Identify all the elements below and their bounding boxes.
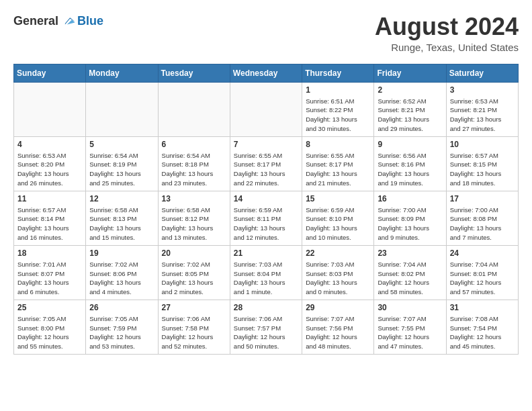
day-cell: 13Sunrise: 6:58 AM Sunset: 8:12 PM Dayli… xyxy=(158,191,230,245)
day-info: Sunrise: 7:04 AM Sunset: 8:01 PM Dayligh… xyxy=(450,260,515,297)
day-info: Sunrise: 7:06 AM Sunset: 7:57 PM Dayligh… xyxy=(234,314,298,351)
day-cell: 11Sunrise: 6:57 AM Sunset: 8:14 PM Dayli… xyxy=(14,191,86,245)
day-number: 17 xyxy=(450,194,515,203)
day-number: 9 xyxy=(378,140,442,149)
day-number: 29 xyxy=(306,303,370,312)
day-number: 8 xyxy=(306,140,370,149)
day-cell: 15Sunrise: 6:59 AM Sunset: 8:10 PM Dayli… xyxy=(302,191,374,245)
day-number: 25 xyxy=(17,303,82,312)
day-info: Sunrise: 7:02 AM Sunset: 8:06 PM Dayligh… xyxy=(89,260,154,297)
day-cell: 18Sunrise: 7:01 AM Sunset: 8:07 PM Dayli… xyxy=(14,245,86,300)
header-monday: Monday xyxy=(86,64,158,82)
day-cell: 23Sunrise: 7:04 AM Sunset: 8:02 PM Dayli… xyxy=(374,245,446,300)
day-number: 18 xyxy=(17,248,82,258)
month-title: August 2024 xyxy=(375,13,519,40)
day-cell: 27Sunrise: 7:06 AM Sunset: 7:58 PM Dayli… xyxy=(158,300,230,354)
day-cell: 19Sunrise: 7:02 AM Sunset: 8:06 PM Dayli… xyxy=(86,245,158,300)
day-number: 24 xyxy=(450,248,515,258)
day-info: Sunrise: 7:01 AM Sunset: 8:07 PM Dayligh… xyxy=(17,260,82,297)
day-cell: 28Sunrise: 7:06 AM Sunset: 7:57 PM Dayli… xyxy=(230,300,302,354)
day-info: Sunrise: 7:04 AM Sunset: 8:02 PM Dayligh… xyxy=(378,260,442,297)
day-number: 19 xyxy=(89,248,154,258)
day-info: Sunrise: 7:00 AM Sunset: 8:09 PM Dayligh… xyxy=(378,205,442,242)
day-number: 2 xyxy=(378,85,442,95)
day-info: Sunrise: 7:05 AM Sunset: 7:59 PM Dayligh… xyxy=(89,314,154,351)
day-number: 7 xyxy=(234,140,298,149)
day-info: Sunrise: 7:05 AM Sunset: 8:00 PM Dayligh… xyxy=(17,314,82,351)
day-number: 22 xyxy=(306,248,370,258)
day-cell: 31Sunrise: 7:08 AM Sunset: 7:54 PM Dayli… xyxy=(446,300,518,354)
day-info: Sunrise: 7:07 AM Sunset: 7:55 PM Dayligh… xyxy=(378,314,442,351)
title-block: August 2024 Runge, Texas, United States xyxy=(375,13,519,53)
day-cell: 7Sunrise: 6:55 AM Sunset: 8:17 PM Daylig… xyxy=(230,136,302,191)
day-number: 10 xyxy=(450,140,515,149)
header-friday: Friday xyxy=(374,64,446,82)
logo-blue-text: Blue xyxy=(77,14,103,28)
day-cell: 8Sunrise: 6:55 AM Sunset: 8:17 PM Daylig… xyxy=(302,136,374,191)
day-cell: 24Sunrise: 7:04 AM Sunset: 8:01 PM Dayli… xyxy=(446,245,518,300)
day-info: Sunrise: 6:59 AM Sunset: 8:10 PM Dayligh… xyxy=(306,205,370,242)
day-info: Sunrise: 6:54 AM Sunset: 8:18 PM Dayligh… xyxy=(162,151,226,188)
day-number: 5 xyxy=(89,140,154,149)
day-number: 1 xyxy=(306,85,370,95)
day-cell: 14Sunrise: 6:59 AM Sunset: 8:11 PM Dayli… xyxy=(230,191,302,245)
week-row-2: 4Sunrise: 6:53 AM Sunset: 8:20 PM Daylig… xyxy=(14,136,519,191)
day-number: 16 xyxy=(378,194,442,203)
day-cell: 9Sunrise: 6:56 AM Sunset: 8:16 PM Daylig… xyxy=(374,136,446,191)
day-number: 27 xyxy=(162,303,226,312)
header-row: SundayMondayTuesdayWednesdayThursdayFrid… xyxy=(14,64,519,82)
day-cell: 6Sunrise: 6:54 AM Sunset: 8:18 PM Daylig… xyxy=(158,136,230,191)
day-number: 20 xyxy=(162,248,226,258)
day-cell: 4Sunrise: 6:53 AM Sunset: 8:20 PM Daylig… xyxy=(14,136,86,191)
day-cell xyxy=(230,82,302,136)
day-cell: 3Sunrise: 6:53 AM Sunset: 8:21 PM Daylig… xyxy=(446,82,518,136)
day-info: Sunrise: 6:53 AM Sunset: 8:21 PM Dayligh… xyxy=(450,97,515,134)
day-number: 14 xyxy=(234,194,298,203)
day-number: 31 xyxy=(450,303,515,312)
day-number: 13 xyxy=(162,194,226,203)
day-cell: 30Sunrise: 7:07 AM Sunset: 7:55 PM Dayli… xyxy=(374,300,446,354)
day-number: 4 xyxy=(17,140,82,149)
day-number: 6 xyxy=(162,140,226,149)
header-thursday: Thursday xyxy=(302,64,374,82)
day-info: Sunrise: 6:58 AM Sunset: 8:12 PM Dayligh… xyxy=(162,205,226,242)
day-cell: 12Sunrise: 6:58 AM Sunset: 8:13 PM Dayli… xyxy=(86,191,158,245)
day-info: Sunrise: 6:57 AM Sunset: 8:15 PM Dayligh… xyxy=(450,151,515,188)
day-number: 30 xyxy=(378,303,442,312)
day-info: Sunrise: 6:56 AM Sunset: 8:16 PM Dayligh… xyxy=(378,151,442,188)
day-number: 11 xyxy=(17,194,82,203)
day-info: Sunrise: 6:52 AM Sunset: 8:21 PM Dayligh… xyxy=(378,97,442,134)
day-cell xyxy=(14,82,86,136)
week-row-4: 18Sunrise: 7:01 AM Sunset: 8:07 PM Dayli… xyxy=(14,245,519,300)
day-number: 12 xyxy=(89,194,154,203)
day-cell: 26Sunrise: 7:05 AM Sunset: 7:59 PM Dayli… xyxy=(86,300,158,354)
day-info: Sunrise: 6:51 AM Sunset: 8:22 PM Dayligh… xyxy=(306,97,370,134)
header-wednesday: Wednesday xyxy=(230,64,302,82)
day-info: Sunrise: 7:07 AM Sunset: 7:56 PM Dayligh… xyxy=(306,314,370,351)
day-info: Sunrise: 6:57 AM Sunset: 8:14 PM Dayligh… xyxy=(17,205,82,242)
day-cell: 20Sunrise: 7:02 AM Sunset: 8:05 PM Dayli… xyxy=(158,245,230,300)
day-info: Sunrise: 6:54 AM Sunset: 8:19 PM Dayligh… xyxy=(89,151,154,188)
day-info: Sunrise: 7:00 AM Sunset: 8:08 PM Dayligh… xyxy=(450,205,515,242)
day-number: 23 xyxy=(378,248,442,258)
logo-bird-icon xyxy=(61,13,76,28)
header-tuesday: Tuesday xyxy=(158,64,230,82)
day-number: 3 xyxy=(450,85,515,95)
day-number: 26 xyxy=(89,303,154,312)
day-cell: 5Sunrise: 6:54 AM Sunset: 8:19 PM Daylig… xyxy=(86,136,158,191)
day-info: Sunrise: 7:03 AM Sunset: 8:04 PM Dayligh… xyxy=(234,260,298,297)
logo: General Blue xyxy=(13,13,103,28)
day-cell: 22Sunrise: 7:03 AM Sunset: 8:03 PM Dayli… xyxy=(302,245,374,300)
calendar-table: SundayMondayTuesdayWednesdayThursdayFrid… xyxy=(13,64,519,355)
week-row-5: 25Sunrise: 7:05 AM Sunset: 8:00 PM Dayli… xyxy=(14,300,519,354)
day-number: 28 xyxy=(234,303,298,312)
header-sunday: Sunday xyxy=(14,64,86,82)
day-cell: 2Sunrise: 6:52 AM Sunset: 8:21 PM Daylig… xyxy=(374,82,446,136)
day-cell: 16Sunrise: 7:00 AM Sunset: 8:09 PM Dayli… xyxy=(374,191,446,245)
week-row-1: 1Sunrise: 6:51 AM Sunset: 8:22 PM Daylig… xyxy=(14,82,519,136)
day-info: Sunrise: 6:55 AM Sunset: 8:17 PM Dayligh… xyxy=(306,151,370,188)
day-info: Sunrise: 7:06 AM Sunset: 7:58 PM Dayligh… xyxy=(162,314,226,351)
day-cell: 21Sunrise: 7:03 AM Sunset: 8:04 PM Dayli… xyxy=(230,245,302,300)
day-number: 21 xyxy=(234,248,298,258)
day-number: 15 xyxy=(306,194,370,203)
